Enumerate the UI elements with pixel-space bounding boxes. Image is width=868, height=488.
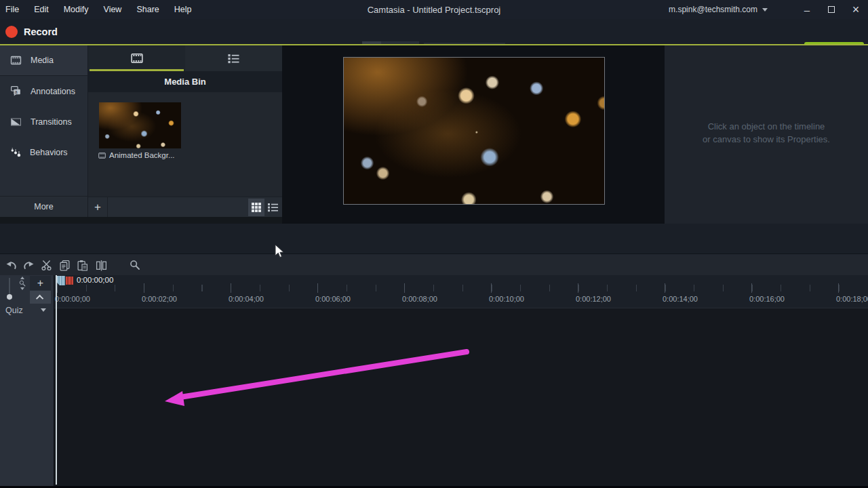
- header-bar: Record 20% Share: [0, 19, 868, 45]
- media-item-name: Animated Backgr...: [109, 151, 175, 159]
- playhead-in-marker[interactable]: [57, 276, 65, 285]
- sidebar-item-media[interactable]: Media: [0, 45, 87, 76]
- maximize-button[interactable]: [819, 0, 844, 19]
- playhead-line[interactable]: [56, 275, 57, 485]
- track-zoom-control[interactable]: [18, 277, 27, 290]
- menu-view[interactable]: View: [104, 5, 122, 14]
- add-track-button[interactable]: +: [30, 276, 51, 290]
- ruler-label: 0:00:18;00: [836, 295, 868, 303]
- panel-bottom-strip: [0, 217, 282, 224]
- menu-help[interactable]: Help: [174, 5, 192, 14]
- split-button[interactable]: [95, 259, 107, 271]
- sidebar-item-transitions[interactable]: Transitions: [0, 106, 87, 137]
- copy-icon: [59, 260, 71, 271]
- chevron-down-icon: [762, 8, 768, 12]
- film-icon: [9, 55, 22, 66]
- timeline-region: 0:00:00;00 0:00:02;00 0:00:04;00 0:00:06…: [0, 275, 868, 486]
- menu-file[interactable]: File: [5, 5, 19, 14]
- menu-edit[interactable]: Edit: [34, 5, 49, 14]
- sidebar-item-label: Transitions: [31, 117, 72, 127]
- ruler-label: 0:00:10;00: [489, 295, 524, 303]
- film-icon: [98, 152, 106, 159]
- timeline-ruler[interactable]: 0:00:00;00 0:00:02;00 0:00:04;00 0:00:06…: [54, 275, 868, 308]
- quiz-dropdown[interactable]: Quiz: [0, 304, 54, 317]
- message-line-1: Click an object on the timeline: [665, 120, 868, 133]
- quiz-label: Quiz: [5, 306, 23, 315]
- ruler-label: 0:00:14;00: [663, 295, 698, 303]
- triangle-down-icon: [20, 287, 24, 290]
- ruler-label: 0:00:16;00: [749, 295, 785, 303]
- annotation-bubble-icon: [9, 85, 22, 97]
- tab-media-bin[interactable]: [88, 45, 185, 71]
- collapse-tracks-button[interactable]: [30, 291, 51, 304]
- preview-canvas[interactable]: [343, 57, 605, 205]
- more-label: More: [34, 202, 53, 211]
- maximize-icon: [828, 6, 835, 13]
- sidebar-item-label: Media: [31, 56, 54, 65]
- title-bar: File Edit Modify View Share Help Camtasi…: [0, 0, 868, 19]
- timeline-tracks[interactable]: [55, 308, 868, 485]
- split-icon: [96, 260, 107, 271]
- media-item-row[interactable]: Animated Backgr...: [98, 151, 186, 159]
- track-height-slider-handle[interactable]: [7, 294, 12, 300]
- sidebar-more-button[interactable]: More: [0, 196, 87, 217]
- record-label: Record: [24, 26, 58, 37]
- ruler-label: 0:00:08;00: [402, 295, 437, 303]
- ruler-label: 0:00:04;00: [229, 295, 264, 303]
- behaviors-dots-icon: [9, 147, 22, 158]
- close-button[interactable]: ×: [844, 0, 868, 19]
- magnifier-icon: [19, 280, 26, 287]
- list-icon: [268, 203, 279, 212]
- list-icon: [228, 54, 240, 64]
- properties-empty-message: Click an object on the timeline or canva…: [665, 120, 868, 146]
- sidebar-item-label: Annotations: [31, 87, 75, 96]
- tab-library[interactable]: [185, 45, 282, 71]
- media-bin-tabs: [88, 45, 282, 71]
- paste-icon: [77, 260, 88, 271]
- copy-button[interactable]: [58, 259, 71, 271]
- sidebar-item-behaviors[interactable]: Behaviors: [0, 137, 87, 167]
- ruler-major-ticks: [57, 283, 868, 293]
- timeline-zoom-icon: [129, 259, 141, 271]
- thumbnail-image: [99, 102, 181, 148]
- plus-icon: +: [94, 201, 101, 214]
- list-view-button[interactable]: [265, 199, 281, 216]
- redo-button[interactable]: [22, 259, 35, 271]
- magnifier-icon: [130, 260, 140, 270]
- add-media-button[interactable]: +: [88, 197, 108, 218]
- minimize-button[interactable]: –: [795, 0, 819, 19]
- ruler-label: 0:00:02;00: [142, 295, 177, 303]
- record-icon: [5, 26, 18, 38]
- media-item-thumbnail[interactable]: [99, 102, 181, 148]
- canvas-area: [282, 45, 665, 224]
- playhead-time-label: 0:00:00;00: [77, 276, 113, 284]
- playhead-out-marker[interactable]: [66, 277, 73, 285]
- undo-icon: [5, 260, 17, 271]
- sidebar-item-annotations[interactable]: Annotations: [0, 76, 87, 106]
- timeline-toolbar: − +: [0, 253, 868, 275]
- grid-icon: [252, 203, 261, 212]
- track-header-column: + Quiz: [0, 275, 54, 486]
- ruler-label: 0:00:12;00: [576, 295, 611, 303]
- account-menu[interactable]: m.spink@techsmith.com: [669, 0, 768, 19]
- paste-button[interactable]: [76, 259, 88, 271]
- sidebar-item-label: Behaviors: [30, 148, 68, 157]
- message-line-2: or canvas to show its Properties.: [665, 133, 868, 146]
- grid-view-button[interactable]: [248, 199, 264, 216]
- close-icon: ×: [852, 3, 860, 17]
- transition-icon: [9, 117, 22, 127]
- undo-button[interactable]: [5, 259, 17, 271]
- triangle-up-icon: [20, 277, 24, 279]
- preview-frame: [344, 58, 604, 204]
- media-bin-title: Media Bin: [88, 71, 282, 92]
- menu-modify[interactable]: Modify: [64, 5, 89, 14]
- cut-button[interactable]: [40, 259, 52, 271]
- menu-share[interactable]: Share: [136, 5, 159, 14]
- chevron-up-icon: [35, 294, 43, 302]
- record-button[interactable]: Record: [5, 19, 58, 45]
- chevron-down-icon: [41, 308, 46, 312]
- plus-icon: +: [37, 277, 43, 289]
- properties-panel: Click an object on the timeline or canva…: [665, 45, 868, 224]
- menu-bar: File Edit Modify View Share Help: [5, 0, 191, 19]
- playback-bar: 00:00 / 00:20 ⚙ Properties: [0, 224, 868, 253]
